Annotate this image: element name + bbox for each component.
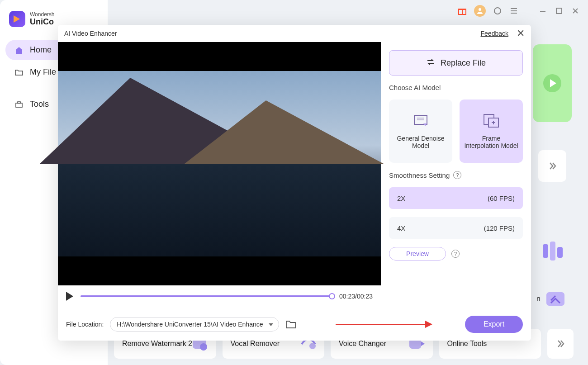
menu-icon[interactable]: [509, 6, 518, 15]
modal-footer: File Location: H:\Wondershare UniConvert…: [58, 308, 531, 341]
svg-rect-9: [511, 13, 517, 14]
close-icon[interactable]: [571, 6, 580, 15]
annotation-arrow: [303, 324, 459, 325]
svg-rect-7: [511, 8, 517, 9]
help-icon[interactable]: ?: [453, 171, 461, 179]
tool-card-label: Online Tools: [447, 340, 487, 348]
svg-point-4: [494, 8, 501, 14]
smooth-mult: 2X: [397, 194, 405, 202]
replace-file-label: Replace File: [441, 58, 486, 68]
smooth-fps: (120 FPS): [484, 224, 515, 232]
model-card-label: Frame Interpolation Model: [464, 135, 518, 149]
ai-video-enhancer-modal: AI Video Enhancer Feedback ✕ 00:23/00:23: [58, 25, 531, 341]
file-location-value: H:\Wondershare UniConverter 15\AI Video …: [117, 321, 263, 328]
gift-icon[interactable]: [458, 6, 467, 15]
smooth-fps: (60 FPS): [488, 194, 515, 202]
smoothness-label: Smoothness Setting ?: [389, 171, 523, 179]
tool-card-label: Voice Changer: [339, 340, 386, 348]
time-display: 00:23/00:23: [339, 293, 373, 300]
preview-pane: 00:23/00:23: [58, 42, 381, 308]
open-folder-button[interactable]: [285, 319, 296, 329]
close-icon[interactable]: ✕: [517, 28, 525, 39]
svg-point-21: [309, 343, 316, 349]
file-location-label: File Location:: [66, 321, 104, 328]
interpolation-icon: [483, 114, 499, 129]
modal-header: AI Video Enhancer Feedback ✕: [58, 25, 531, 42]
denoise-icon: [413, 114, 429, 129]
bottom-chevron-button[interactable]: [547, 329, 574, 359]
modal-title: AI Video Enhancer: [64, 30, 117, 37]
model-card-denoise[interactable]: General Denoise Model: [389, 100, 452, 163]
sidebar-item-label: Home: [30, 45, 52, 55]
toolbox-icon: [14, 100, 24, 109]
svg-rect-12: [16, 103, 22, 107]
smoothness-option-4x[interactable]: 4X (120 FPS): [389, 217, 523, 239]
feedback-link[interactable]: Feedback: [481, 30, 508, 37]
avatar-icon[interactable]: [474, 5, 486, 17]
brand-line1: Wondersh: [30, 12, 54, 18]
svg-point-20: [200, 343, 207, 351]
progress-handle[interactable]: [329, 293, 335, 299]
preview-button[interactable]: Preview: [389, 247, 446, 261]
sidebar-item-label: My File: [30, 67, 56, 77]
file-location-select[interactable]: H:\Wondershare UniConverter 15\AI Video …: [110, 317, 279, 332]
background-chevron-card[interactable]: [538, 150, 566, 182]
choose-model-label: Choose AI Model: [389, 84, 523, 91]
background-card-green: [533, 44, 572, 122]
help-icon[interactable]: ?: [451, 250, 460, 258]
svg-rect-2: [458, 9, 466, 10]
svg-rect-8: [511, 10, 517, 11]
svg-rect-16: [550, 242, 555, 261]
background-deco-icon: [539, 240, 571, 267]
settings-pane: Replace File Choose AI Model General Den…: [381, 42, 531, 308]
video-controls: 00:23/00:23: [58, 285, 381, 307]
svg-rect-17: [557, 247, 563, 258]
maximize-icon[interactable]: [555, 6, 564, 15]
svg-rect-5: [494, 10, 495, 13]
replace-file-button[interactable]: Replace File: [389, 50, 523, 76]
model-card-interpolation[interactable]: Frame Interpolation Model: [460, 100, 523, 163]
brand-line2: UniCo: [30, 18, 54, 27]
home-icon: [14, 46, 24, 55]
svg-rect-1: [462, 9, 463, 14]
export-button[interactable]: Export: [465, 316, 523, 333]
folder-icon: [14, 68, 24, 77]
minimize-icon[interactable]: [538, 6, 547, 15]
smoothness-option-2x[interactable]: 2X (60 FPS): [389, 187, 523, 209]
svg-rect-11: [556, 8, 562, 14]
swap-icon: [426, 58, 435, 68]
model-card-label: General Denoise Model: [394, 135, 448, 149]
smooth-mult: 4X: [397, 224, 405, 232]
svg-point-3: [479, 8, 481, 11]
svg-rect-15: [543, 244, 548, 258]
play-button[interactable]: [66, 292, 73, 301]
svg-rect-10: [540, 11, 545, 12]
progress-bar[interactable]: [81, 295, 332, 297]
svg-rect-6: [500, 10, 501, 13]
brand-logo-icon: [9, 11, 25, 27]
svg-rect-13: [18, 102, 20, 103]
background-deco-icon: n: [539, 289, 571, 317]
video-preview[interactable]: [58, 42, 381, 285]
tool-card-label: Vocal Remover: [231, 340, 280, 348]
support-icon[interactable]: [493, 6, 502, 15]
